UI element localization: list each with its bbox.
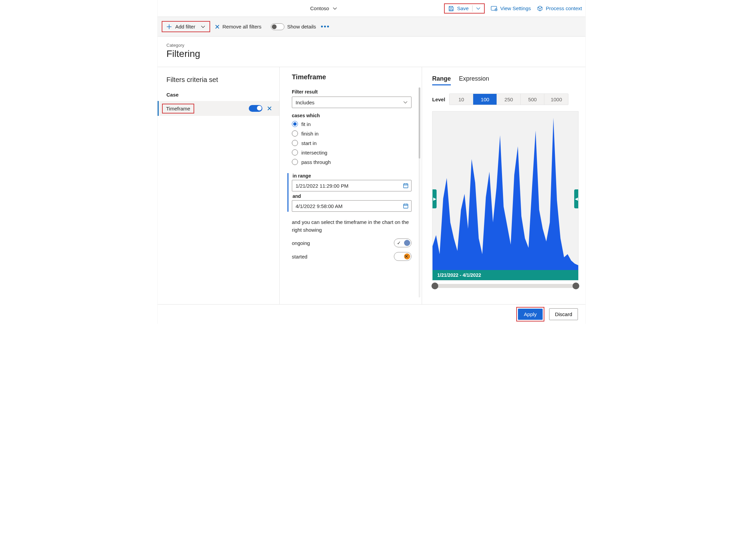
range-slider[interactable] — [432, 284, 579, 288]
overflow-menu[interactable]: ••• — [321, 23, 330, 30]
and-label: and — [293, 193, 411, 199]
radio-label: intersecting — [301, 150, 327, 155]
level-segmented: 10 100 250 500 1000 — [449, 94, 568, 105]
footer-actions: Apply Discard — [158, 304, 585, 324]
page-title: Filtering — [166, 48, 577, 59]
slider-handle-left[interactable] — [431, 283, 438, 289]
level-100[interactable]: 100 — [473, 94, 497, 105]
tab-range[interactable]: Range — [432, 75, 451, 85]
level-250[interactable]: 250 — [497, 94, 521, 105]
level-row: Level 10 100 250 500 1000 — [432, 94, 579, 105]
filter-item-timeframe[interactable]: Timeframe — [158, 101, 279, 116]
switch-off[interactable] — [271, 23, 284, 30]
apply-highlight: Apply — [516, 307, 545, 322]
radio-label: finish in — [301, 131, 319, 137]
helper-text: and you can select the timeframe in the … — [292, 219, 411, 234]
cases-which-radios: fit in finish in start in intersecting p… — [292, 121, 411, 165]
filter-result-select[interactable]: Includes — [292, 97, 411, 108]
level-1000[interactable]: 1000 — [544, 94, 568, 105]
plus-icon — [166, 24, 172, 29]
add-filter-label: Add filter — [175, 24, 195, 29]
filter-config-panel: Timeframe Filter result Includes cases w… — [280, 67, 422, 304]
save-button[interactable]: Save — [444, 3, 484, 14]
started-label: started — [292, 254, 307, 260]
ongoing-toggle-row: ongoing ✓ — [292, 238, 411, 247]
close-icon: ✕ — [404, 254, 408, 259]
radio-finish-in[interactable]: finish in — [292, 130, 411, 137]
tab-expression[interactable]: Expression — [459, 75, 489, 85]
filters-criteria-title: Filters criteria set — [158, 73, 279, 90]
date-from-input[interactable]: 1/21/2022 11:29:00 PM — [292, 180, 411, 191]
ongoing-toggle[interactable]: ✓ — [394, 238, 411, 247]
chevron-down-icon — [333, 6, 337, 11]
divider — [472, 5, 473, 12]
category-header: Category Filtering — [158, 37, 585, 67]
process-context-label: Process context — [546, 5, 582, 11]
svg-rect-2 — [404, 184, 408, 188]
radio-intersecting[interactable]: intersecting — [292, 149, 411, 155]
started-toggle[interactable]: ✕ — [394, 252, 411, 261]
command-bar: Add filter Remove all filters Show detai… — [158, 17, 585, 37]
cube-icon — [537, 5, 543, 12]
radio-pass-through[interactable]: pass through — [292, 159, 411, 165]
calendar-icon[interactable] — [403, 203, 408, 209]
range-block: in range 1/21/2022 11:29:00 PM and 4/1/2… — [287, 173, 411, 212]
started-toggle-row: started ✕ — [292, 252, 411, 261]
top-header: Contoso Save View Settings Process conte… — [158, 0, 585, 17]
chart-panel: Range Expression Level 10 100 250 500 10… — [422, 67, 585, 304]
discard-button[interactable]: Discard — [549, 308, 578, 320]
apply-button[interactable]: Apply — [518, 309, 543, 320]
category-label: Category — [166, 43, 577, 48]
timeframe-chart[interactable]: ▶ ◀ 1/21/2022 - 4/1/2022 — [432, 111, 579, 281]
filter-item-label: Timeframe — [162, 104, 194, 113]
radio-start-in[interactable]: start in — [292, 140, 411, 146]
save-label: Save — [457, 5, 468, 11]
chart-range-label: 1/21/2022 - 4/1/2022 — [433, 270, 578, 280]
scrollbar-thumb[interactable] — [419, 87, 420, 159]
filter-enable-toggle[interactable] — [249, 105, 262, 112]
in-range-label: in range — [293, 173, 411, 179]
range-handle-right[interactable]: ◀ — [574, 189, 578, 208]
view-settings-icon — [491, 5, 498, 12]
level-10[interactable]: 10 — [449, 94, 473, 105]
remove-all-filters-button[interactable]: Remove all filters — [215, 24, 261, 29]
date-from-value: 1/21/2022 11:29:00 PM — [296, 183, 348, 189]
filters-criteria-panel: Filters criteria set Case Timeframe — [158, 67, 280, 304]
radio-label: start in — [301, 140, 317, 146]
show-details-toggle[interactable]: Show details — [271, 23, 316, 30]
show-details-label: Show details — [287, 24, 316, 29]
filter-section-case: Case — [158, 90, 279, 101]
area-chart — [433, 111, 578, 270]
level-label: Level — [432, 97, 445, 102]
config-title: Timeframe — [292, 73, 411, 81]
close-icon — [267, 106, 272, 111]
tenant-picker[interactable]: Contoso — [310, 5, 337, 11]
radio-label: fit in — [301, 121, 311, 127]
level-500[interactable]: 500 — [521, 94, 544, 105]
radio-label: pass through — [301, 159, 331, 165]
filter-remove-button[interactable] — [267, 106, 272, 111]
chevron-down-icon[interactable] — [476, 6, 481, 11]
slider-handle-right[interactable] — [573, 283, 579, 289]
add-filter-button[interactable]: Add filter — [162, 21, 210, 32]
view-settings-button[interactable]: View Settings — [491, 5, 531, 12]
date-to-input[interactable]: 4/1/2022 9:58:00 AM — [292, 200, 411, 212]
ongoing-label: ongoing — [292, 240, 310, 246]
right-tabs: Range Expression — [432, 75, 579, 85]
date-to-value: 4/1/2022 9:58:00 AM — [296, 203, 342, 209]
range-handle-left[interactable]: ▶ — [433, 189, 437, 208]
scrollbar[interactable] — [419, 87, 420, 297]
filter-result-label: Filter result — [292, 89, 411, 95]
view-settings-label: View Settings — [500, 5, 531, 11]
header-actions: Save View Settings Process context — [444, 3, 582, 14]
filter-result-value: Includes — [296, 100, 315, 105]
close-icon — [215, 24, 220, 29]
calendar-icon[interactable] — [403, 183, 408, 188]
tenant-name: Contoso — [310, 5, 329, 11]
save-icon — [448, 5, 454, 12]
cases-which-label: cases which — [292, 113, 411, 118]
radio-fit-in[interactable]: fit in — [292, 121, 411, 127]
check-icon: ✓ — [397, 240, 401, 246]
process-context-button[interactable]: Process context — [537, 5, 582, 12]
remove-all-label: Remove all filters — [222, 24, 261, 29]
